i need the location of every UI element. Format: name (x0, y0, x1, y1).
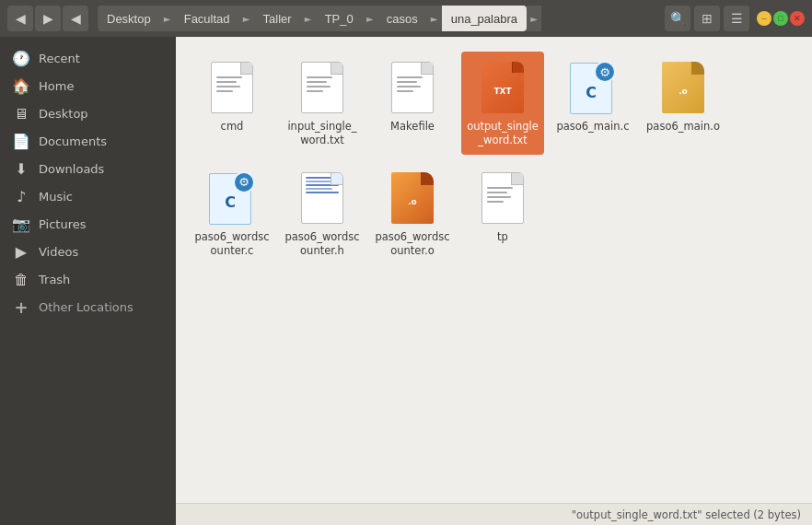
file-item-paso6-wordscounter-c[interactable]: C ⚙ paso6_wordscounter.c (191, 162, 273, 265)
maximize-button[interactable]: □ (773, 11, 788, 26)
documents-icon: 📄 (13, 133, 29, 149)
sidebar-label-home: Home (39, 79, 74, 93)
main-content: 🕐 Recent 🏠 Home 🖥 Desktop 📄 Documents ⬇ … (0, 37, 812, 525)
statusbar: "output_single_word.txt" selected (2 byt… (176, 503, 812, 525)
file-icon-tp (479, 169, 527, 227)
c-gear-icon-2: ⚙ (233, 171, 255, 193)
nav-up-button[interactable]: ◀ (63, 6, 88, 31)
file-icon-output-single-word: TXT (479, 59, 527, 116)
sidebar-label-videos: Videos (39, 245, 78, 259)
file-icon-paso6-wordscounter-c: C ⚙ (208, 169, 256, 227)
file-item-paso6-main-o[interactable]: .o paso6_main.o (642, 52, 725, 155)
sidebar-item-home[interactable]: 🏠 Home (0, 72, 176, 99)
sidebar-item-other-locations[interactable]: + Other Locations (0, 293, 176, 321)
sidebar-item-desktop[interactable]: 🖥 Desktop (0, 99, 176, 127)
sidebar-label-other-locations: Other Locations (39, 300, 133, 314)
pictures-icon: 📷 (13, 216, 29, 232)
file-area: cmd input_single_word.txt (176, 37, 812, 525)
sidebar-label-trash: Trash (39, 273, 70, 286)
trash-icon: 🗑 (13, 271, 29, 287)
file-item-paso6-main-c[interactable]: C ⚙ paso6_main.c (551, 52, 634, 155)
file-name-paso6-main-o: paso6_main.o (646, 120, 720, 134)
sidebar-item-music[interactable]: ♪ Music (0, 182, 176, 210)
nav-buttons: ◀ ▶ ◀ (7, 6, 88, 31)
add-location-icon: + (13, 298, 29, 315)
nav-forward-button[interactable]: ▶ (35, 6, 61, 31)
file-item-input-single-word[interactable]: input_single_word.txt (281, 52, 364, 155)
file-item-output-single-word[interactable]: TXT output_single_word.txt (461, 52, 544, 155)
sidebar-item-videos[interactable]: ▶ Videos (0, 238, 176, 265)
sidebar-label-desktop: Desktop (39, 107, 88, 121)
file-icon-paso6-wordscounter-h (298, 169, 346, 227)
recent-icon: 🕐 (13, 50, 29, 66)
file-icon-paso6-main-c: C ⚙ (569, 59, 617, 116)
file-grid: cmd input_single_word.txt (176, 37, 812, 503)
file-item-paso6-wordscounter-h[interactable]: paso6_wordscounter.h (281, 162, 364, 265)
breadcrumb-casos[interactable]: casos (377, 6, 427, 31)
menu-button[interactable]: ☰ (724, 6, 749, 31)
status-text: "output_single_word.txt" selected (2 byt… (572, 508, 801, 521)
file-icon-makefile (389, 59, 436, 116)
window-controls: – □ ✕ (757, 11, 805, 26)
sidebar-item-downloads[interactable]: ⬇ Downloads (0, 155, 176, 182)
videos-icon: ▶ (13, 243, 29, 260)
music-icon: ♪ (13, 188, 29, 204)
breadcrumb-sep-5: ► (427, 6, 442, 31)
minimize-button[interactable]: – (757, 11, 771, 26)
breadcrumb-more: ► (527, 6, 541, 31)
close-button[interactable]: ✕ (790, 11, 805, 26)
file-icon-paso6-main-o: .o (659, 59, 707, 116)
sidebar-item-trash[interactable]: 🗑 Trash (0, 265, 176, 293)
breadcrumb: Desktop ► Facultad ► Taller ► TP_0 ► cas… (98, 6, 655, 31)
search-button[interactable]: 🔍 (665, 6, 690, 31)
breadcrumb-facultad[interactable]: Facultad (175, 6, 239, 31)
view-toggle-button[interactable]: ⊞ (694, 6, 720, 31)
file-item-tp[interactable]: tp (461, 162, 544, 265)
file-icon-paso6-wordscounter-o: .o (389, 169, 436, 227)
sidebar: 🕐 Recent 🏠 Home 🖥 Desktop 📄 Documents ⬇ … (0, 37, 176, 525)
file-name-paso6-main-c: paso6_main.c (556, 120, 629, 134)
desktop-icon: 🖥 (13, 105, 29, 122)
file-icon-cmd (208, 59, 256, 116)
breadcrumb-desktop[interactable]: Desktop (98, 6, 160, 31)
sidebar-label-pictures: Pictures (39, 217, 86, 231)
breadcrumb-tp0[interactable]: TP_0 (316, 6, 363, 31)
breadcrumb-taller[interactable]: Taller (254, 6, 301, 31)
c-gear-icon: ⚙ (594, 61, 616, 83)
breadcrumb-sep-4: ► (363, 6, 377, 31)
breadcrumb-sep-3: ► (301, 6, 316, 31)
file-icon-input-single-word (298, 59, 346, 116)
breadcrumb-sep-1: ► (160, 6, 175, 31)
file-name-tp: tp (497, 230, 508, 244)
sidebar-label-downloads: Downloads (39, 162, 104, 176)
sidebar-label-recent: Recent (39, 52, 80, 65)
file-name-output-single-word: output_single_word.txt (465, 120, 540, 147)
titlebar: ◀ ▶ ◀ Desktop ► Facultad ► Taller ► TP_0… (0, 0, 812, 37)
file-name-paso6-wordscounter-h: paso6_wordscounter.h (284, 230, 360, 258)
sidebar-item-recent[interactable]: 🕐 Recent (0, 44, 176, 72)
sidebar-item-documents[interactable]: 📄 Documents (0, 127, 176, 155)
nav-back-button[interactable]: ◀ (7, 6, 33, 31)
file-name-cmd: cmd (221, 120, 244, 134)
file-name-paso6-wordscounter-o: paso6_wordscounter.o (375, 230, 450, 258)
titlebar-actions: 🔍 ⊞ ☰ (665, 6, 749, 31)
file-name-input-single-word: input_single_word.txt (284, 120, 360, 147)
sidebar-label-music: Music (39, 190, 73, 204)
breadcrumb-una-palabra[interactable]: una_palabra (442, 6, 527, 31)
sidebar-label-documents: Documents (39, 134, 107, 148)
sidebar-item-pictures[interactable]: 📷 Pictures (0, 210, 176, 238)
breadcrumb-sep-2: ► (239, 6, 254, 31)
file-item-makefile[interactable]: Makefile (371, 52, 454, 155)
file-item-cmd[interactable]: cmd (191, 52, 273, 155)
file-name-makefile: Makefile (390, 120, 435, 134)
downloads-icon: ⬇ (13, 160, 29, 177)
file-item-paso6-wordscounter-o[interactable]: .o paso6_wordscounter.o (371, 162, 454, 265)
home-icon: 🏠 (13, 77, 29, 94)
file-name-paso6-wordscounter-c: paso6_wordscounter.c (194, 230, 270, 258)
